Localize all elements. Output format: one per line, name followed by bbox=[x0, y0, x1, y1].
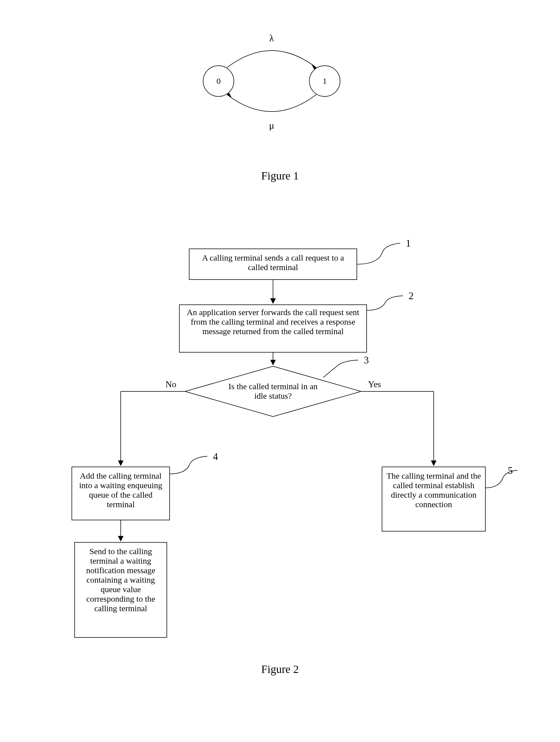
mu-arc bbox=[227, 95, 316, 112]
figure1-diagram: 0 1 λ μ bbox=[154, 28, 406, 140]
box5-text: The calling terminal and the called term… bbox=[385, 471, 483, 509]
yes-label: Yes bbox=[368, 379, 381, 389]
box4-text: Add the calling terminal into a waiting … bbox=[74, 471, 167, 509]
callout1-label: 1 bbox=[406, 237, 411, 249]
figure2-flowchart: A calling terminal sends a call request … bbox=[43, 226, 517, 674]
state-1-label: 1 bbox=[323, 76, 327, 86]
callout4-label: 4 bbox=[213, 451, 218, 462]
decision-text: Is the called terminal in an idle status… bbox=[224, 382, 322, 401]
callout4 bbox=[170, 456, 207, 474]
figure1-caption: Figure 1 bbox=[0, 169, 560, 182]
state-0-label: 0 bbox=[217, 76, 221, 86]
box1-text: A calling terminal sends a call request … bbox=[192, 253, 354, 272]
callout2-label: 2 bbox=[408, 290, 413, 301]
lambda-arc bbox=[227, 51, 316, 68]
callout2 bbox=[367, 296, 403, 310]
callout1 bbox=[357, 243, 400, 264]
box2-text: An application server forwards the call … bbox=[182, 308, 364, 336]
no-label: No bbox=[165, 379, 176, 389]
callout3 bbox=[323, 360, 358, 377]
callout5-label: 5 bbox=[508, 465, 513, 476]
figure2-caption: Figure 2 bbox=[0, 662, 560, 676]
callout3-label: 3 bbox=[364, 355, 369, 366]
mu-label: μ bbox=[269, 120, 274, 130]
box6-text: Send to the calling terminal a waiting n… bbox=[77, 546, 164, 613]
lambda-label: λ bbox=[269, 33, 274, 43]
